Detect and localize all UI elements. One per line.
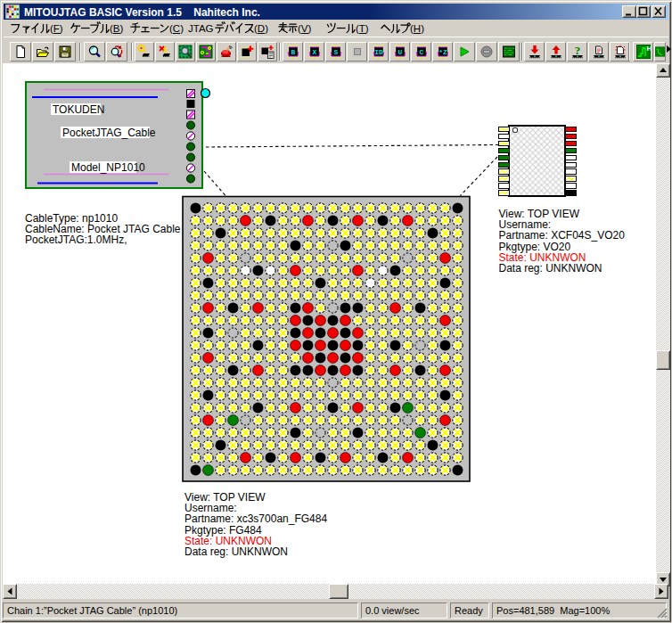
svg-text:X: X xyxy=(312,48,316,56)
svg-text:(V): (V) xyxy=(298,23,312,34)
svg-text:?: ? xyxy=(574,45,580,57)
svg-text:JTAG: JTAG xyxy=(188,23,214,34)
svg-text:(B): (B) xyxy=(110,23,124,34)
svg-text:C: C xyxy=(419,48,423,56)
svg-text:(D): (D) xyxy=(254,23,268,34)
svg-text:(H): (H) xyxy=(410,23,424,34)
svg-text:(F): (F) xyxy=(50,23,63,34)
svg-text:PocketJTAG_Cable: PocketJTAG_Cable xyxy=(62,127,156,139)
svg-text:TOKUDEN: TOKUDEN xyxy=(53,103,104,116)
svg-text:H: H xyxy=(646,45,651,53)
svg-text:Data reg: UNKNWON: Data reg: UNKNWON xyxy=(184,545,288,558)
svg-text:(C): (C) xyxy=(169,23,184,34)
svg-text:PocketJTAG:1.0MHz,: PocketJTAG:1.0MHz, xyxy=(25,234,127,246)
svg-text:Data reg: UNKNWON: Data reg: UNKNWON xyxy=(499,262,602,275)
svg-text:S: S xyxy=(333,48,338,56)
svg-text:*Z: *Z xyxy=(438,48,447,56)
svg-text:U: U xyxy=(397,48,402,56)
svg-text:ID: ID xyxy=(374,48,383,56)
svg-text:(T): (T) xyxy=(356,23,369,34)
svg-text:B: B xyxy=(291,48,295,56)
svg-text:Model_NP1010: Model_NP1010 xyxy=(71,161,145,174)
